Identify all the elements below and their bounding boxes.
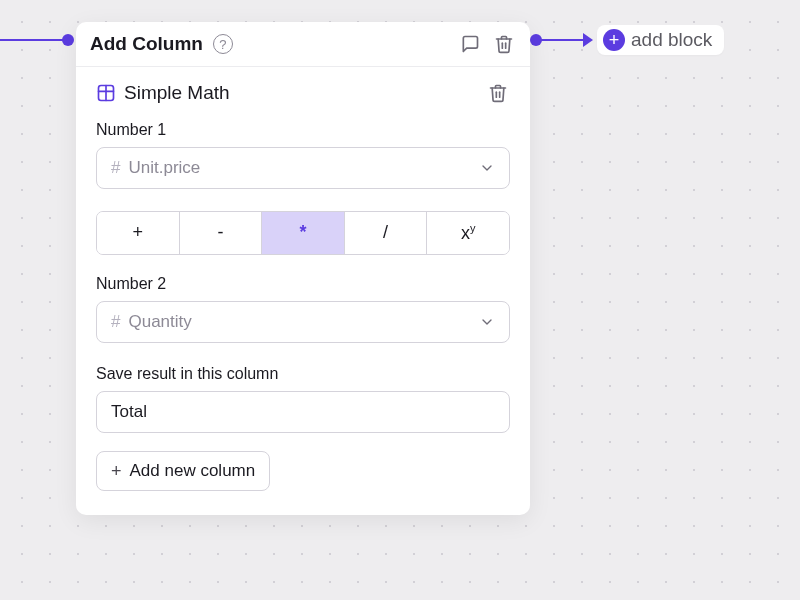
- plus-icon: +: [111, 462, 122, 480]
- calculator-icon: [96, 83, 116, 103]
- number2-value: Quantity: [128, 312, 191, 332]
- plus-circle-icon: +: [603, 29, 625, 51]
- section-header: Simple Math: [76, 67, 530, 113]
- operator-power[interactable]: xy: [427, 212, 509, 254]
- chevron-down-icon: [479, 160, 495, 176]
- number1-label: Number 1: [96, 121, 510, 139]
- add-block-button[interactable]: + add block: [597, 25, 724, 55]
- hash-icon: #: [111, 158, 120, 178]
- operator-row: + - * / xy: [96, 211, 510, 255]
- number1-value: Unit.price: [128, 158, 200, 178]
- section-trash-icon[interactable]: [486, 81, 510, 105]
- card-header: Add Column ?: [76, 22, 530, 66]
- operator-times[interactable]: *: [262, 212, 345, 254]
- comment-icon[interactable]: [458, 32, 482, 56]
- number1-select[interactable]: # Unit.price: [96, 147, 510, 189]
- add-column-card: Add Column ? Simple Math Number 1 # Unit…: [76, 22, 530, 515]
- connector-left-line: [0, 39, 68, 41]
- add-block-label: add block: [631, 29, 712, 51]
- add-new-column-button[interactable]: + Add new column: [96, 451, 270, 491]
- save-column-input[interactable]: [96, 391, 510, 433]
- help-icon[interactable]: ?: [213, 34, 233, 54]
- save-column-label: Save result in this column: [96, 365, 510, 383]
- connector-left-port[interactable]: [62, 34, 74, 46]
- add-new-column-label: Add new column: [130, 461, 256, 481]
- card-title: Add Column: [90, 33, 203, 55]
- operator-minus[interactable]: -: [180, 212, 263, 254]
- number2-label: Number 2: [96, 275, 510, 293]
- trash-icon[interactable]: [492, 32, 516, 56]
- connector-right-line: [540, 39, 588, 41]
- chevron-down-icon: [479, 314, 495, 330]
- connector-right-arrow-icon: [583, 33, 593, 47]
- operator-divide[interactable]: /: [345, 212, 428, 254]
- number2-select[interactable]: # Quantity: [96, 301, 510, 343]
- section-title: Simple Math: [124, 82, 230, 104]
- hash-icon: #: [111, 312, 120, 332]
- operator-plus[interactable]: +: [97, 212, 180, 254]
